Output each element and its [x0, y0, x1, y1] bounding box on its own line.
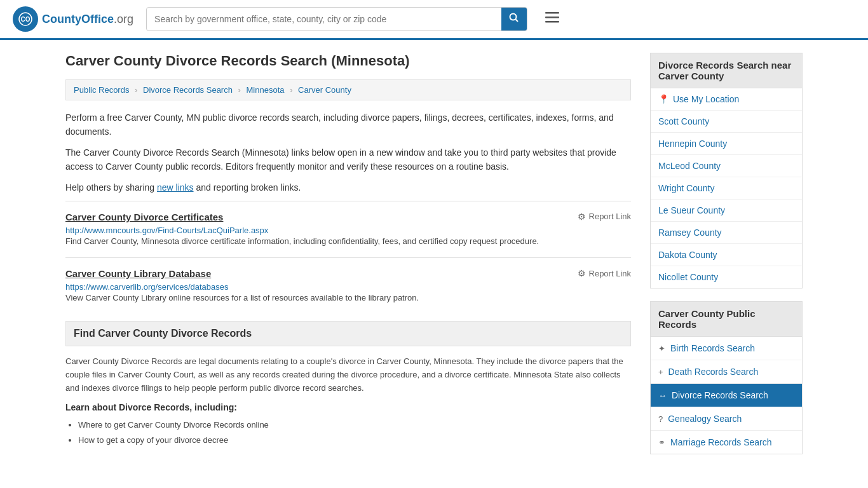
result-header-2: Carver County Library Database ⚙ Report … — [65, 268, 631, 279]
result-title-2[interactable]: Carver County Library Database — [65, 268, 211, 279]
divorce-icon: ↔ — [658, 391, 667, 400]
report-link-1[interactable]: ⚙ Report Link — [578, 212, 631, 222]
marriage-icon: ⚭ — [658, 438, 665, 447]
breadcrumb-minnesota[interactable]: Minnesota — [247, 85, 285, 95]
report-icon-1: ⚙ — [578, 212, 586, 222]
breadcrumb-sep-1: › — [135, 85, 137, 95]
birth-records-link[interactable]: Birth Records Search — [670, 343, 755, 353]
nearby-item-mcleod[interactable]: McLeod County — [651, 155, 802, 177]
hennepin-county-link[interactable]: Hennepin County — [658, 139, 794, 149]
dakota-county-link[interactable]: Dakota County — [658, 250, 794, 260]
nearby-item-scott[interactable]: Scott County — [651, 111, 802, 133]
result-desc-2: View Carver County Library online resour… — [65, 292, 631, 304]
death-icon: + — [658, 367, 663, 377]
svg-rect-5 — [545, 17, 559, 18]
breadcrumb-sep-3: › — [290, 85, 292, 95]
bullet-list: Where to get Carver County Divorce Recor… — [65, 417, 631, 447]
nicollet-county-link[interactable]: Nicollet County — [658, 272, 794, 282]
result-item-1: Carver County Divorce Certificates ⚙ Rep… — [65, 201, 631, 258]
new-links-link[interactable]: new links — [157, 182, 194, 193]
wright-county-link[interactable]: Wright County — [658, 183, 794, 193]
pr-item-birth[interactable]: ✦ Birth Records Search — [651, 337, 802, 360]
nearby-item-ramsey[interactable]: Ramsey County — [651, 222, 802, 244]
page-title: Carver County Divorce Records Search (Mi… — [65, 53, 631, 69]
nearby-list: 📍 Use My Location Scott County Hennepin … — [650, 88, 803, 288]
sidebar: Divorce Records Search near Carver Count… — [650, 53, 803, 467]
breadcrumb-sep-2: › — [238, 85, 241, 95]
report-link-2[interactable]: ⚙ Report Link — [578, 268, 631, 278]
report-icon-2: ⚙ — [578, 268, 586, 278]
svg-line-3 — [516, 20, 519, 22]
divorce-records-link[interactable]: Divorce Records Search — [672, 390, 768, 400]
marriage-records-link[interactable]: Marriage Records Search — [670, 437, 772, 447]
breadcrumb: Public Records › Divorce Records Search … — [65, 79, 631, 100]
intro-paragraph-1: Perform a free Carver County, MN public … — [65, 111, 631, 139]
genealogy-icon: ? — [658, 414, 663, 424]
use-my-location-link[interactable]: Use My Location — [673, 94, 739, 104]
pr-item-death[interactable]: + Death Records Search — [651, 360, 802, 384]
scott-county-link[interactable]: Scott County — [658, 116, 794, 126]
nearby-item-nicollet[interactable]: Nicollet County — [651, 266, 802, 288]
intro-paragraph-2: The Carver County Divorce Records Search… — [65, 146, 631, 174]
nearby-item-wright[interactable]: Wright County — [651, 177, 802, 200]
logo-text: CountyOffice.org — [42, 13, 133, 26]
nearby-item-lesueur[interactable]: Le Sueur County — [651, 200, 802, 222]
result-item-2: Carver County Library Database ⚙ Report … — [65, 257, 631, 315]
result-desc-1: Find Carver County, Minnesota divorce ce… — [65, 235, 631, 248]
nearby-item-hennepin[interactable]: Hennepin County — [651, 133, 802, 155]
hamburger-menu-button[interactable] — [540, 8, 564, 30]
nearby-section-header: Divorce Records Search near Carver Count… — [650, 53, 803, 88]
mcleod-county-link[interactable]: McLeod County — [658, 161, 794, 171]
use-my-location-item[interactable]: 📍 Use My Location — [651, 88, 802, 111]
learn-heading: Learn about Divorce Records, including: — [65, 402, 631, 412]
result-url-2[interactable]: https://www.carverlib.org/services/datab… — [65, 282, 229, 292]
svg-rect-4 — [545, 12, 559, 14]
result-url-1[interactable]: http://www.mncourts.gov/Find-Courts/LacQ… — [65, 226, 268, 235]
bullet-item-1: Where to get Carver County Divorce Recor… — [78, 417, 631, 432]
location-icon: 📍 — [658, 94, 669, 104]
content-area: Carver County Divorce Records Search (Mi… — [65, 53, 631, 467]
public-records-header: Carver County Public Records — [650, 301, 803, 337]
nearby-section: Divorce Records Search near Carver Count… — [650, 53, 803, 288]
result-title-1[interactable]: Carver County Divorce Certificates — [65, 212, 223, 222]
intro-paragraph-3: Help others by sharing new links and rep… — [65, 180, 631, 194]
breadcrumb-carver-county[interactable]: Carver County — [298, 85, 351, 95]
search-input[interactable] — [147, 9, 501, 29]
nearby-item-dakota[interactable]: Dakota County — [651, 244, 802, 266]
pr-item-marriage[interactable]: ⚭ Marriage Records Search — [651, 431, 802, 454]
pr-item-divorce[interactable]: ↔ Divorce Records Search — [651, 384, 802, 407]
logo-icon: CO — [13, 6, 38, 32]
find-section-heading: Find Carver County Divorce Records — [65, 321, 631, 346]
find-section-description: Carver County Divorce Records are legal … — [65, 355, 631, 395]
pr-item-genealogy[interactable]: ? Genealogy Search — [651, 407, 802, 431]
ramsey-county-link[interactable]: Ramsey County — [658, 227, 794, 238]
search-bar — [146, 7, 527, 31]
death-records-link[interactable]: Death Records Search — [668, 367, 759, 377]
public-records-section: Carver County Public Records ✦ Birth Rec… — [650, 301, 803, 454]
search-button[interactable] — [501, 8, 527, 30]
genealogy-search-link[interactable]: Genealogy Search — [668, 414, 742, 424]
bullet-item-2: How to get a copy of your divorce decree — [78, 433, 631, 447]
svg-point-2 — [510, 14, 517, 20]
site-logo[interactable]: CO CountyOffice.org — [13, 6, 133, 32]
public-records-list: ✦ Birth Records Search + Death Records S… — [650, 337, 803, 454]
breadcrumb-divorce-records[interactable]: Divorce Records Search — [143, 85, 233, 95]
lesueur-county-link[interactable]: Le Sueur County — [658, 205, 794, 215]
result-header-1: Carver County Divorce Certificates ⚙ Rep… — [65, 212, 631, 222]
svg-text:CO: CO — [21, 16, 31, 23]
breadcrumb-public-records[interactable]: Public Records — [74, 85, 129, 95]
main-container: Carver County Divorce Records Search (Mi… — [53, 40, 815, 480]
site-header: CO CountyOffice.org — [0, 0, 868, 40]
birth-icon: ✦ — [658, 344, 665, 353]
svg-rect-6 — [545, 21, 559, 23]
find-section: Find Carver County Divorce Records Carve… — [65, 321, 631, 447]
